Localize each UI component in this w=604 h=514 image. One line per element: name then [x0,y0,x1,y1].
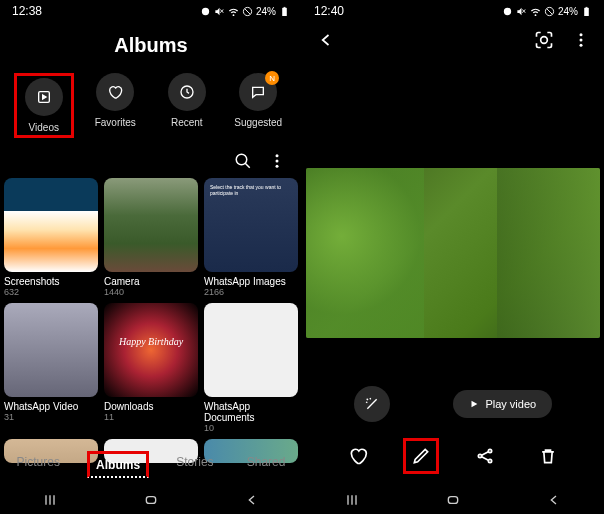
svg-point-14 [580,33,583,36]
album-item[interactable]: WhatsApp Documents10 [204,303,298,433]
svg-point-8 [276,165,279,168]
heart-icon [107,84,123,100]
search-icon[interactable] [234,152,252,170]
svg-rect-20 [448,497,457,504]
play-video-button[interactable]: Play video [453,390,552,418]
quick-favorites[interactable]: Favorites [85,73,145,138]
home-icon[interactable] [445,492,461,508]
mute-icon [214,6,225,17]
svg-point-6 [276,154,279,157]
mute-icon [516,6,527,17]
badge: N [265,71,279,85]
album-item[interactable]: Camera1440 [104,178,198,297]
nav-bar [0,486,302,514]
wifi-icon [530,6,541,17]
viewer-header [302,22,604,58]
chat-icon [250,84,266,100]
battery-icon [279,6,290,17]
svg-point-16 [580,44,583,47]
album-item[interactable]: Downloads11 [104,303,198,433]
more-icon[interactable] [572,31,590,49]
wifi-icon [228,6,239,17]
svg-point-5 [236,154,247,165]
svg-point-19 [488,459,491,462]
tab-shared[interactable]: Shared [241,451,292,478]
battery-percent: 24% [256,6,276,17]
heart-icon [348,446,368,466]
no-sim-icon [242,6,253,17]
nav-bar [302,486,604,514]
delete-button[interactable] [530,438,566,474]
svg-point-13 [541,37,548,44]
play-icon [36,89,52,105]
video-preview[interactable] [306,168,600,338]
page-title: Albums [0,34,302,57]
battery-percent: 24% [558,6,578,17]
status-icons: 24% [502,6,592,17]
svg-point-7 [276,160,279,163]
clock: 12:40 [314,4,344,18]
svg-point-18 [488,449,491,452]
no-sim-icon [544,6,555,17]
status-bar: 12:38 24% [0,0,302,22]
scan-icon[interactable] [534,30,554,50]
share-icon [475,446,495,466]
albums-grid: Screenshots632 Camera1440 WhatsApp Image… [0,178,302,463]
svg-rect-1 [282,7,287,15]
play-icon [469,399,479,409]
quick-suggested[interactable]: N Suggested [228,73,288,138]
share-button[interactable] [467,438,503,474]
battery-icon [581,6,592,17]
album-item[interactable]: WhatsApp Video31 [4,303,98,433]
status-bar: 12:40 24% [302,0,604,22]
tab-stories[interactable]: Stories [170,451,219,478]
quick-recent[interactable]: Recent [157,73,217,138]
back-arrow-icon[interactable] [316,30,336,50]
trash-icon [538,446,558,466]
svg-point-15 [580,39,583,42]
favorite-button[interactable] [340,438,376,474]
tab-albums[interactable]: Albums [87,451,149,478]
video-viewer-screen: 12:40 24% Play video [302,0,604,514]
album-item[interactable]: Screenshots632 [4,178,98,297]
tab-pictures[interactable]: Pictures [11,451,66,478]
back-icon[interactable] [244,492,260,508]
effects-button[interactable] [354,386,390,422]
pencil-icon [411,446,431,466]
svg-rect-12 [586,6,588,7]
svg-point-17 [478,454,481,457]
wand-icon [364,396,380,412]
back-icon[interactable] [546,492,562,508]
svg-rect-11 [584,7,589,15]
album-item[interactable]: WhatsApp Images2166 [204,178,298,297]
svg-rect-2 [284,6,286,7]
clock-icon [179,84,195,100]
edit-button[interactable] [403,438,439,474]
bottom-tabs: Pictures Albums Stories Shared [0,443,302,486]
alarm-icon [200,6,211,17]
more-icon[interactable] [268,152,286,170]
recents-icon[interactable] [344,492,360,508]
alarm-icon [502,6,513,17]
clock: 12:38 [12,4,42,18]
svg-rect-9 [146,497,155,504]
recents-icon[interactable] [42,492,58,508]
playback-controls: Play video [302,386,604,422]
quick-access-row: Videos Favorites Recent N Suggested [0,73,302,138]
quick-videos[interactable]: Videos [14,73,74,138]
status-icons: 24% [200,6,290,17]
action-bar [302,438,604,474]
gallery-albums-screen: 12:38 24% Albums Videos Favorites Recent [0,0,302,514]
home-icon[interactable] [143,492,159,508]
